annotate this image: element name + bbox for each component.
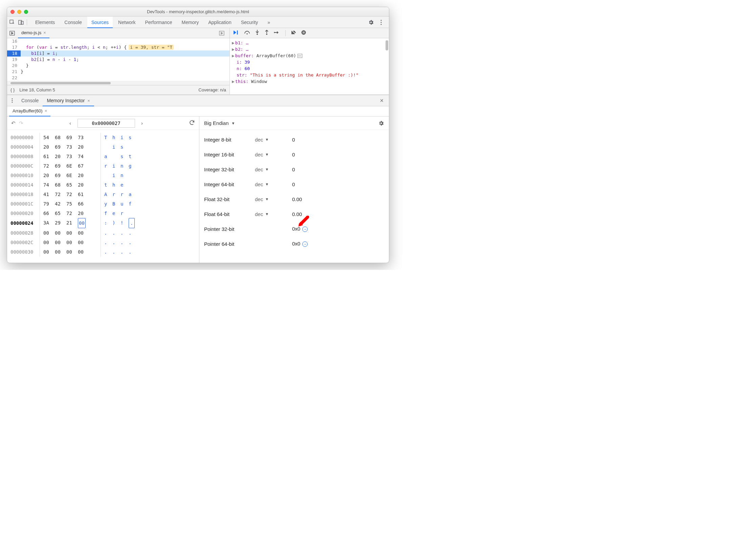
reveal-in-memory-icon[interactable] (298, 54, 302, 58)
hex-row[interactable]: 000000243A292100:)!. (10, 218, 196, 228)
value-format-select[interactable]: dec▼ (255, 167, 292, 172)
code-line[interactable]: 18 b1[i] = i; (7, 50, 229, 57)
value-format-select[interactable]: dec▼ (255, 211, 292, 217)
horizontal-scrollbar[interactable] (7, 81, 229, 85)
hex-row[interactable]: 0000000C72696E67ring (10, 161, 196, 171)
file-tab[interactable]: demo-js.js × (18, 28, 49, 38)
code-line[interactable]: 19 b2[i] = n - i - 1; (7, 57, 229, 63)
maximize-window-button[interactable] (24, 10, 28, 14)
value-row: Integer 64-bitdec▼0 (204, 177, 384, 192)
code-editor[interactable]: 16 17 for (var i = str.length; i < n; ++… (7, 38, 229, 81)
value-label: Pointer 64-bit (204, 241, 255, 247)
value-row: Pointer 64-bit0x0→ (204, 236, 384, 251)
drawer-tab-console[interactable]: Console (17, 95, 43, 106)
svg-rect-8 (237, 30, 238, 35)
panel-tab-console[interactable]: Console (60, 17, 86, 28)
memory-inspector-tab[interactable]: ArrayBuffer(60) × (9, 106, 50, 116)
value-format-select[interactable]: dec▼ (255, 196, 292, 202)
hex-row[interactable]: 0000000861207374a st (10, 152, 196, 161)
panel-tab-performance[interactable]: Performance (141, 17, 176, 28)
hex-row[interactable]: 0000001020696E20 in (10, 171, 196, 180)
panel-tab-sources[interactable]: Sources (87, 17, 113, 28)
history-back-icon[interactable]: ↶ (11, 120, 16, 126)
value-output: 0x0→ (292, 241, 308, 247)
close-file-icon[interactable]: × (43, 28, 46, 38)
address-input[interactable] (78, 119, 135, 128)
scope-n-value: 60 (244, 66, 250, 71)
hex-row[interactable]: 0000002C00000000.... (10, 238, 196, 247)
drawer-tab-memory-inspector[interactable]: Memory Inspector × (43, 95, 94, 106)
page-forward-icon[interactable]: › (138, 120, 146, 126)
panel-tab-application[interactable]: Application (204, 17, 236, 28)
step-into-icon[interactable] (255, 30, 260, 36)
code-line[interactable]: 17 for (var i = str.length; i < n; ++i) … (7, 44, 229, 50)
scope-this-key[interactable]: this: (235, 79, 248, 84)
code-line[interactable]: 22 (7, 75, 229, 81)
device-toolbar-icon[interactable] (18, 19, 24, 25)
step-out-icon[interactable] (264, 30, 269, 36)
scope-str-key: str: (237, 72, 247, 78)
scope-i-key: i: (237, 60, 242, 65)
deactivate-breakpoints-icon[interactable] (291, 30, 297, 36)
close-drawer-tab-icon[interactable]: × (87, 98, 90, 103)
code-line[interactable]: 16 (7, 38, 229, 44)
run-snippet-icon[interactable] (219, 30, 225, 36)
hex-row[interactable]: 0000000054686973This (10, 133, 196, 142)
drawer-kebab-icon[interactable] (9, 98, 15, 104)
minimize-window-button[interactable] (17, 10, 21, 14)
code-line[interactable]: 20 } (7, 63, 229, 69)
step-over-icon[interactable] (244, 30, 250, 36)
scope-b2[interactable]: b2: … (235, 47, 248, 52)
value-format-select[interactable]: dec▼ (255, 137, 292, 143)
show-navigator-icon[interactable] (9, 30, 15, 36)
history-forward-icon[interactable]: ↷ (19, 120, 23, 126)
value-output: 0.00 (292, 196, 302, 202)
hex-row[interactable]: 0000001C79427566yBuf (10, 199, 196, 209)
svg-point-10 (257, 34, 258, 35)
refresh-icon[interactable] (189, 120, 195, 127)
panel-tab-memory[interactable]: Memory (178, 17, 203, 28)
svg-point-9 (246, 33, 248, 35)
hex-viewer[interactable]: 0000000054686973This0000000420697320 is … (7, 130, 199, 259)
drawer-tabstrip: Console Memory Inspector × × (7, 95, 389, 106)
panel-tab-network[interactable]: Network (114, 17, 139, 28)
settings-icon[interactable] (368, 19, 374, 25)
caret-down-icon: ▼ (232, 121, 235, 125)
endianness-select[interactable]: Big Endian ▼ (204, 120, 235, 126)
close-drawer-icon[interactable]: × (376, 97, 387, 104)
pretty-print-icon[interactable]: { } (10, 87, 15, 92)
value-format-select[interactable]: dec▼ (255, 181, 292, 187)
hex-row[interactable]: 0000002800000000.... (10, 228, 196, 238)
panel-tab-security[interactable]: Security (237, 17, 262, 28)
editor-status-bar: { } Line 18, Column 5 Coverage: n/a (7, 85, 229, 94)
svg-point-12 (274, 32, 275, 33)
scope-scrollbar[interactable] (386, 40, 388, 50)
jump-to-address-icon[interactable]: → (302, 241, 308, 247)
step-icon[interactable] (274, 30, 280, 36)
value-settings-icon[interactable] (378, 120, 384, 126)
panel-tab-elements[interactable]: Elements (31, 17, 59, 28)
resume-icon[interactable] (233, 30, 239, 36)
more-tabs-button[interactable]: » (263, 17, 274, 28)
hex-row[interactable]: 0000000420697320 is (10, 142, 196, 152)
drawer-tab-label: Memory Inspector (47, 98, 85, 103)
close-memory-tab-icon[interactable]: × (45, 106, 47, 116)
value-row: Integer 32-bitdec▼0 (204, 162, 384, 177)
page-back-icon[interactable]: ‹ (67, 120, 74, 126)
hex-row[interactable]: 0000001841727261Arra (10, 190, 196, 199)
hex-row[interactable]: 0000003000000000.... (10, 247, 196, 257)
value-row: Float 32-bitdec▼0.00 (204, 192, 384, 207)
pause-on-exceptions-icon[interactable] (301, 30, 306, 36)
file-tabstrip: demo-js.js × (7, 28, 229, 38)
kebab-menu-icon[interactable] (378, 19, 384, 25)
hex-row[interactable]: 0000002066657220fer (10, 209, 196, 218)
scope-buffer-key[interactable]: buffer: (235, 53, 254, 58)
value-format-select[interactable]: dec▼ (255, 152, 292, 157)
inspect-element-icon[interactable] (9, 19, 15, 25)
scope-pane[interactable]: ▶b1: … ▶b2: … ▶buffer: ArrayBuffer(60) i… (230, 38, 389, 86)
sources-panel: demo-js.js × 16 17 for (var i = str.leng… (7, 28, 389, 95)
close-window-button[interactable] (10, 10, 15, 14)
hex-row[interactable]: 0000001474686520the (10, 180, 196, 190)
scope-b1[interactable]: b1: … (235, 40, 248, 45)
code-line[interactable]: 21} (7, 69, 229, 75)
